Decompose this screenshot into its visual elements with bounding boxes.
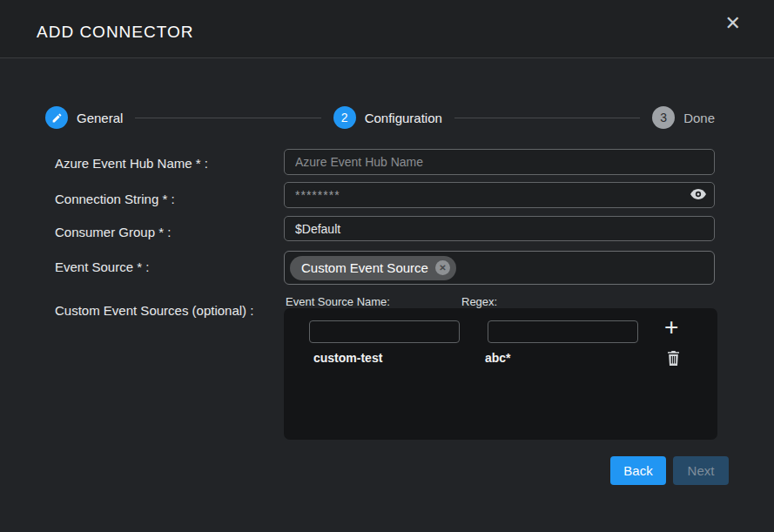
event-source-select[interactable]: Custom Event Source ✕ [284,251,715,285]
source-regex-value: abc* [485,351,511,365]
add-connector-dialog: ADD CONNECTOR ✕ General 2 Configuration … [0,0,774,532]
wizard-stepper: General 2 Configuration 3 Done [45,105,715,130]
close-icon[interactable]: ✕ [725,14,741,33]
step-configuration-number: 2 [333,106,356,129]
chip-remove-icon[interactable]: ✕ [435,260,450,275]
step-configuration-label: Configuration [365,111,442,125]
step-done-number: 3 [652,106,675,129]
custom-event-sources-label: Custom Event Sources (optional) : [55,301,277,320]
step-done-label: Done [683,111,715,125]
dialog-title: ADD CONNECTOR [37,23,194,42]
column-header-regex: Regex: [461,295,497,308]
event-source-chip-label: Custom Event Source [301,260,428,275]
column-header-event-source-name: Event Source Name: [286,295,390,308]
pencil-icon [45,106,68,129]
step-done: 3 Done [652,106,715,129]
stepper-connector-line [454,118,640,118]
step-configuration[interactable]: 2 Configuration [333,106,442,129]
event-source-label: Event Source * : [55,258,277,277]
consumer-group-input[interactable] [284,216,715,241]
event-hub-name-label: Azure Event Hub Name * : [55,154,277,173]
dialog-header: ADD CONNECTOR ✕ [0,0,774,58]
add-source-icon[interactable]: + [664,315,678,340]
new-source-regex-input[interactable] [488,320,638,343]
custom-event-sources-panel: + custom-test abc* [284,308,717,440]
event-source-chip: Custom Event Source ✕ [290,256,456,280]
next-button[interactable]: Next [673,456,729,485]
connection-string-input[interactable] [284,182,715,208]
back-button[interactable]: Back [610,456,666,485]
step-general[interactable]: General [45,106,123,129]
connection-string-label: Connection String * : [55,190,277,209]
show-password-eye-icon[interactable] [690,188,706,200]
new-source-name-input[interactable] [309,320,460,343]
event-hub-name-input[interactable] [284,149,715,175]
stepper-connector-line [135,118,320,118]
consumer-group-label: Consumer Group * : [55,223,277,242]
delete-source-trash-icon[interactable] [667,351,680,366]
source-name-value: custom-test [313,351,382,365]
step-general-label: General [77,111,123,125]
